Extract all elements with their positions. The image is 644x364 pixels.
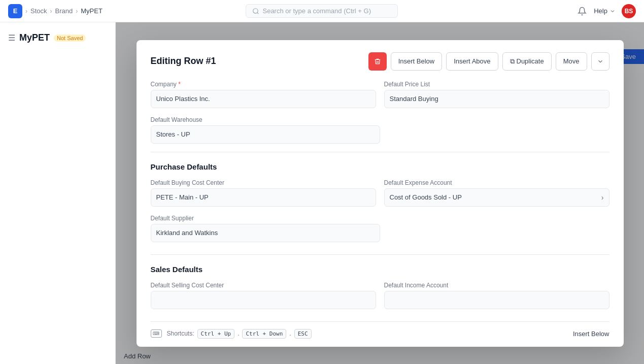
selling-income-row: Default Selling Cost Center Default Inco… xyxy=(151,282,609,309)
keyboard-icon: ⌨ xyxy=(151,329,162,338)
menu-icon[interactable]: ☰ xyxy=(8,33,15,43)
purchase-defaults-section: Purchase Defaults Default Buying Cost Ce… xyxy=(151,162,609,242)
breadcrumb-sep-2: › xyxy=(50,8,52,15)
topbar-right: Help BS xyxy=(427,4,636,18)
default-price-list-group: Default Price List xyxy=(384,81,609,108)
expense-account-input[interactable]: Cost of Goods Sold - UP › xyxy=(384,188,609,207)
breadcrumb-stock[interactable]: Stock xyxy=(30,7,47,15)
income-account-input[interactable] xyxy=(384,291,609,309)
dot-2: . xyxy=(289,330,291,337)
default-warehouse-input[interactable] xyxy=(151,125,380,144)
sales-defaults-section: Sales Defaults Default Selling Cost Cent… xyxy=(151,265,609,309)
selling-cost-center-group: Default Selling Cost Center xyxy=(151,282,376,309)
company-price-row: Company Default Price List xyxy=(151,81,609,108)
sidebar-title: MyPET xyxy=(19,32,50,43)
breadcrumb-mypet[interactable]: MyPET xyxy=(81,7,103,15)
insert-below-label: Insert Below xyxy=(398,57,435,65)
chevron-down-icon xyxy=(597,58,604,65)
topbar-left: E › Stock › Brand › MyPET xyxy=(8,4,217,18)
help-label: Help xyxy=(594,7,607,15)
modal-title: Editing Row #1 xyxy=(151,56,216,67)
breadcrumb-sep-1: › xyxy=(25,8,27,15)
insert-above-label: Insert Above xyxy=(454,57,490,65)
sidebar-header: ☰ MyPET Not Saved xyxy=(0,28,115,49)
layout: ☰ MyPET Not Saved Save Add Row Editing R… xyxy=(0,22,644,364)
search-placeholder: Search or type a command (Ctrl + G) xyxy=(262,7,371,15)
default-supplier-input[interactable] xyxy=(151,224,380,242)
help-button[interactable]: Help xyxy=(594,7,616,15)
warehouse-row: Default Warehouse xyxy=(151,116,609,144)
modal-actions: Insert Below Insert Above ⧉ Duplicate Mo… xyxy=(368,52,609,71)
topbar: E › Stock › Brand › MyPET Search or type… xyxy=(0,0,644,22)
app-icon[interactable]: E xyxy=(8,4,22,18)
expense-account-label: Default Expense Account xyxy=(384,179,609,186)
breadcrumb-brand[interactable]: Brand xyxy=(55,7,73,15)
divider-1 xyxy=(151,152,609,152)
delete-button[interactable] xyxy=(368,52,387,71)
svg-point-0 xyxy=(253,8,258,13)
supplier-row: Default Supplier xyxy=(151,215,609,242)
company-label: Company xyxy=(151,81,376,88)
default-price-list-input[interactable] xyxy=(384,90,609,108)
notification-icon[interactable] xyxy=(577,6,588,17)
search-bar[interactable]: Search or type a command (Ctrl + G) xyxy=(246,4,398,18)
shortcut-esc: ESC xyxy=(294,329,312,339)
dot-1: . xyxy=(238,330,239,337)
topbar-center: Search or type a command (Ctrl + G) xyxy=(217,4,426,18)
sidebar: ☰ MyPET Not Saved xyxy=(0,22,116,364)
divider-2 xyxy=(151,254,609,255)
buying-cost-center-group: Default Buying Cost Center xyxy=(151,179,376,207)
avatar[interactable]: BS xyxy=(622,4,636,18)
move-button[interactable]: Move xyxy=(556,52,587,71)
more-actions-button[interactable] xyxy=(591,52,609,71)
modal-overlay: Editing Row #1 Insert Below Insert Above xyxy=(116,22,644,364)
shortcuts-area: ⌨ Shortcuts: Ctrl + Up . Ctrl + Down . E… xyxy=(151,329,312,339)
buying-expense-row: Default Buying Cost Center Default Expen… xyxy=(151,179,609,207)
buying-cost-center-label: Default Buying Cost Center xyxy=(151,179,376,186)
main-content: Save Add Row Editing Row #1 Insert Below xyxy=(116,22,644,364)
duplicate-icon: ⧉ xyxy=(510,57,515,65)
purchase-defaults-title: Purchase Defaults xyxy=(151,162,609,171)
breadcrumb-sep-3: › xyxy=(76,8,78,15)
selling-cost-center-label: Default Selling Cost Center xyxy=(151,282,376,289)
not-saved-badge: Not Saved xyxy=(54,35,86,42)
duplicate-label: Duplicate xyxy=(517,57,544,65)
default-supplier-group: Default Supplier xyxy=(151,215,380,242)
selling-cost-center-input[interactable] xyxy=(151,291,376,309)
default-supplier-label: Default Supplier xyxy=(151,215,380,222)
default-price-list-label: Default Price List xyxy=(384,81,609,88)
default-warehouse-label: Default Warehouse xyxy=(151,116,380,123)
insert-below-button[interactable]: Insert Below xyxy=(391,52,443,71)
company-input[interactable] xyxy=(151,90,376,108)
expense-account-group: Default Expense Account Cost of Goods So… xyxy=(384,179,609,207)
income-account-label: Default Income Account xyxy=(384,282,609,289)
move-label: Move xyxy=(563,57,580,65)
modal: Editing Row #1 Insert Below Insert Above xyxy=(137,40,624,347)
duplicate-button[interactable]: ⧉ Duplicate xyxy=(502,52,552,71)
search-icon xyxy=(252,8,259,15)
trash-icon xyxy=(374,58,381,65)
company-group: Company xyxy=(151,81,376,108)
buying-cost-center-input[interactable] xyxy=(151,188,376,207)
footer-insert-below-button[interactable]: Insert Below xyxy=(573,330,609,338)
help-chevron-icon xyxy=(609,8,616,14)
default-warehouse-group: Default Warehouse xyxy=(151,116,380,144)
modal-footer: ⌨ Shortcuts: Ctrl + Up . Ctrl + Down . E… xyxy=(151,321,609,347)
sales-defaults-title: Sales Defaults xyxy=(151,265,609,274)
shortcut-ctrl-down: Ctrl + Down xyxy=(242,329,286,339)
income-account-group: Default Income Account xyxy=(384,282,609,309)
shortcuts-label: Shortcuts: xyxy=(167,330,194,337)
shortcut-ctrl-up: Ctrl + Up xyxy=(197,329,235,339)
modal-header: Editing Row #1 Insert Below Insert Above xyxy=(151,52,609,71)
expense-account-value: Cost of Goods Sold - UP xyxy=(390,193,462,201)
insert-above-button[interactable]: Insert Above xyxy=(446,52,498,71)
link-arrow-icon: › xyxy=(601,193,604,202)
